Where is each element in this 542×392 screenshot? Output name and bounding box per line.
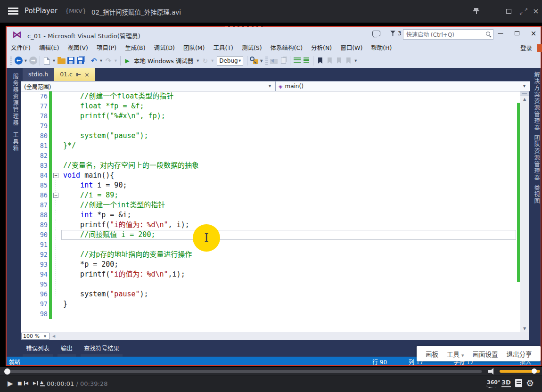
tool-tab-vertical[interactable]: 工具箱 <box>10 132 20 152</box>
panel-tab[interactable]: 错误列表 <box>23 342 53 357</box>
feedback-icon[interactable] <box>372 31 380 36</box>
fullscreen-icon[interactable]: ↗↙ <box>517 6 530 17</box>
stop-button[interactable]: ■ <box>17 381 22 386</box>
start-debugging-icon[interactable]: ▶ <box>123 55 132 66</box>
document-tab[interactable]: stdio.h <box>23 68 54 81</box>
save-icon[interactable] <box>66 55 75 66</box>
line-number[interactable]: 91 <box>21 240 49 250</box>
undo-icon[interactable]: ↶ <box>89 55 99 66</box>
redo-dropdown-icon[interactable]: ▼ <box>113 59 118 63</box>
restart-icon[interactable]: ↻ <box>200 55 210 66</box>
clear-bookmarks-icon[interactable] <box>344 55 353 66</box>
line-number[interactable]: 86 <box>21 190 49 200</box>
code-line[interactable]: 78 printf("%#x\n", fp); <box>21 111 520 121</box>
tool-tab-vertical[interactable]: 团队资源管理器 <box>531 135 541 181</box>
navigate-forward-icon[interactable]: → <box>28 55 38 66</box>
scope-select[interactable]: (全局范围)▼ <box>21 81 276 91</box>
panel-tab[interactable]: 查找符号结果 <box>81 342 123 357</box>
always-on-top-icon[interactable] <box>470 6 483 17</box>
menu-item[interactable]: 编辑(E) <box>35 42 64 53</box>
code-line[interactable]: 95 <box>21 279 520 289</box>
minimize-button[interactable]: — <box>486 6 499 17</box>
code-line[interactable]: 79 <box>21 121 520 131</box>
menu-item[interactable]: 团队(M) <box>179 42 209 53</box>
line-number[interactable]: 77 <box>21 101 49 111</box>
toolbar-overflow-icon[interactable]: ▼ <box>353 59 358 63</box>
code-line[interactable]: 94 printf("i的值为：%d\n",i); <box>21 270 520 279</box>
line-number[interactable]: 90 <box>21 230 49 240</box>
code-editor[interactable]: I 76 //创建一个float类型的指针77 float *fp = &f;7… <box>21 91 520 332</box>
menu-icon[interactable] <box>8 8 18 15</box>
tool-tab-vertical[interactable]: 类视图 <box>531 185 541 204</box>
menu-item[interactable]: 视图(V) <box>64 42 92 53</box>
code-line[interactable]: 87 //创建一个int类型的指针 <box>21 200 520 210</box>
playlist-icon[interactable] <box>515 379 522 387</box>
code-line[interactable]: 88 int *p = &i; <box>21 210 520 220</box>
line-number[interactable]: 76 <box>21 91 49 101</box>
share-tool-3[interactable]: 退出分享 <box>502 349 536 359</box>
new-file-icon[interactable] <box>42 55 51 66</box>
line-number[interactable]: 89 <box>21 220 49 230</box>
panel-tab[interactable]: 输出 <box>57 342 76 357</box>
line-number[interactable]: 95 <box>21 279 49 289</box>
code-line[interactable]: 77 float *fp = &f; <box>21 101 520 111</box>
seek-bar[interactable] <box>5 370 482 373</box>
user-badge-icon[interactable] <box>537 44 542 52</box>
quick-launch-input[interactable] <box>403 30 480 40</box>
undo-dropdown-icon[interactable]: ▼ <box>99 59 104 63</box>
line-number[interactable]: 92 <box>21 250 49 260</box>
close-button[interactable]: × <box>530 6 542 17</box>
code-line[interactable]: 89 printf("i的值为：%d\n", i); <box>21 220 520 230</box>
toolbar-grip-icon[interactable] <box>265 57 268 65</box>
vs-close-button[interactable]: × <box>526 28 541 39</box>
line-number[interactable]: 84 <box>21 171 49 180</box>
code-line[interactable]: 96 system("pause"); <box>21 289 520 299</box>
tool-tab-vertical[interactable]: 服务器资源管理器 <box>10 74 20 126</box>
code-line[interactable]: 97} <box>21 299 520 309</box>
menu-item[interactable]: 帮助(H) <box>367 42 396 53</box>
zoom-select[interactable]: 100 %▼ <box>21 333 49 340</box>
open-file-icon[interactable] <box>57 55 66 66</box>
scroll-left-icon[interactable]: ◀ <box>49 334 58 338</box>
previous-bookmark-icon[interactable] <box>325 55 334 66</box>
open-file-button[interactable]: ▲ <box>40 380 43 384</box>
line-number[interactable]: 82 <box>21 151 49 161</box>
vs-minimize-button[interactable]: — <box>493 28 508 39</box>
navigate-backward-dropdown-icon[interactable]: ▼ <box>23 59 28 63</box>
vs-maximize-button[interactable] <box>510 28 524 39</box>
line-number[interactable]: 93 <box>21 260 49 270</box>
line-number[interactable]: 79 <box>21 121 49 131</box>
document-tab[interactable]: 01.c× <box>54 68 95 81</box>
line-number[interactable]: 85 <box>21 180 49 190</box>
line-number[interactable]: 88 <box>21 210 49 220</box>
line-number[interactable]: 78 <box>21 111 49 121</box>
toolbar-grip-icon[interactable] <box>10 57 12 65</box>
code-line[interactable]: 85 int i = 90; <box>21 180 520 190</box>
tool-tab-vertical[interactable]: 解决方案资源管理器 <box>531 72 541 131</box>
next-bookmark-icon[interactable] <box>334 55 344 66</box>
code-line[interactable]: 93 *p = 200; <box>21 260 520 270</box>
line-number[interactable]: 80 <box>21 131 49 141</box>
restart-dropdown-icon[interactable]: ▼ <box>210 59 215 63</box>
code-line[interactable]: 90 //间接赋值 i = 200; <box>21 230 520 240</box>
scroll-up-icon[interactable]: ▲ <box>520 96 529 103</box>
menu-item[interactable]: 体系结构(C) <box>266 42 307 53</box>
code-line[interactable]: 82 <box>21 151 520 161</box>
sign-in-link[interactable]: 登录 <box>516 43 537 52</box>
menu-item[interactable]: 项目(P) <box>92 42 121 53</box>
collapse-icon[interactable]: − <box>53 173 58 178</box>
toolbar-overflow-icon[interactable]: ▼ <box>259 58 264 63</box>
seek-knob[interactable] <box>4 368 10 375</box>
volume-icon[interactable] <box>488 368 498 375</box>
next-button[interactable]: ▶ <box>33 381 36 385</box>
navigate-backward-icon[interactable]: ← <box>14 55 23 66</box>
member-select[interactable]: ◈ main()▼ <box>276 81 530 91</box>
menu-item[interactable]: 生成(B) <box>121 42 149 53</box>
code-line[interactable]: 98 <box>21 309 520 319</box>
notifications-icon[interactable]: 3 <box>390 30 404 38</box>
line-number[interactable]: 96 <box>21 289 49 299</box>
line-number[interactable]: 83 <box>21 161 49 171</box>
indent-decrease-icon[interactable] <box>292 55 302 66</box>
pin-icon[interactable] <box>76 72 81 77</box>
debug-target-label[interactable]: 本地 Windows 调试器 <box>132 56 195 65</box>
